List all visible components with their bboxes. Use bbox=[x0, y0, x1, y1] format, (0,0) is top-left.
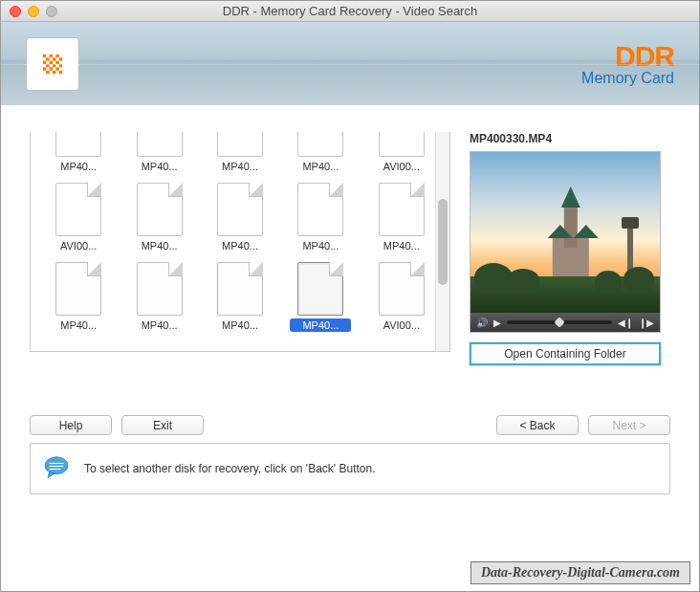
file-grid: MP40...MP40...MP40...MP40...AVI00...AVI0… bbox=[31, 132, 449, 341]
window-title: DDR - Memory Card Recovery - Video Searc… bbox=[1, 4, 699, 18]
svg-rect-15 bbox=[55, 67, 58, 70]
file-label: MP40... bbox=[290, 239, 351, 252]
play-icon[interactable]: ▶ bbox=[493, 318, 501, 328]
zoom-window-icon bbox=[46, 6, 57, 17]
minimize-window-icon[interactable] bbox=[28, 6, 39, 17]
svg-rect-9 bbox=[55, 60, 58, 63]
file-label: MP40... bbox=[48, 318, 109, 332]
next-button: Next > bbox=[588, 415, 670, 435]
file-thumb-icon bbox=[55, 132, 101, 157]
preview-panel: MP400330.MP4 🔊 ▶ ◀❙ ❙▶ Open Containing F bbox=[470, 132, 670, 365]
close-window-icon[interactable] bbox=[10, 6, 21, 17]
file-item[interactable]: MP40... bbox=[286, 183, 355, 252]
video-preview: 🔊 ▶ ◀❙ ❙▶ bbox=[470, 151, 661, 333]
info-text: To select another disk for recovery, cli… bbox=[84, 462, 376, 475]
file-label: MP40... bbox=[371, 239, 432, 252]
app-logo-box bbox=[26, 37, 79, 91]
wizard-buttons: Help Exit < Back Next > bbox=[1, 415, 699, 435]
file-label: MP40... bbox=[290, 160, 351, 173]
content-area: MP40...MP40...MP40...MP40...AVI00...AVI0… bbox=[1, 105, 699, 375]
file-label: MP40... bbox=[129, 160, 190, 173]
file-item[interactable]: MP40... bbox=[367, 183, 436, 252]
file-item[interactable]: AVI00... bbox=[367, 262, 436, 332]
file-item[interactable]: MP40... bbox=[124, 183, 193, 252]
brand-subtitle: Memory Card bbox=[581, 70, 674, 87]
svg-rect-12 bbox=[59, 64, 62, 67]
file-thumb-icon bbox=[137, 132, 183, 157]
exit-button[interactable]: Exit bbox=[121, 415, 204, 435]
svg-rect-5 bbox=[53, 57, 55, 60]
file-thumb-icon bbox=[297, 132, 343, 157]
file-thumb-icon bbox=[379, 262, 425, 316]
video-seek-track[interactable] bbox=[507, 320, 612, 324]
video-frame bbox=[470, 152, 660, 313]
file-item[interactable]: MP40... bbox=[286, 132, 355, 173]
file-item[interactable]: MP40... bbox=[206, 183, 274, 252]
file-label: AVI00... bbox=[48, 239, 109, 252]
info-icon bbox=[42, 453, 71, 485]
file-grid-panel: MP40...MP40...MP40...MP40...AVI00...AVI0… bbox=[30, 132, 450, 352]
svg-point-19 bbox=[45, 456, 68, 473]
banner: DDR Memory Card bbox=[1, 22, 699, 105]
titlebar: DDR - Memory Card Recovery - Video Searc… bbox=[1, 1, 699, 22]
file-item[interactable]: MP40... bbox=[124, 262, 193, 332]
brand: DDR Memory Card bbox=[581, 40, 674, 87]
file-item[interactable]: AVI00... bbox=[44, 183, 113, 252]
file-item[interactable]: MP40... bbox=[286, 262, 355, 332]
svg-rect-10 bbox=[46, 64, 49, 67]
volume-icon[interactable]: 🔊 bbox=[476, 318, 488, 328]
file-label: MP40... bbox=[209, 239, 271, 252]
file-item[interactable]: MP40... bbox=[44, 132, 113, 173]
file-thumb-icon bbox=[297, 262, 343, 316]
file-grid-scrollbar[interactable] bbox=[435, 132, 449, 351]
file-label: MP40... bbox=[209, 160, 271, 173]
file-item[interactable]: MP40... bbox=[206, 132, 274, 173]
svg-rect-13 bbox=[43, 67, 46, 70]
file-thumb-icon bbox=[217, 183, 263, 236]
next-icon[interactable]: ❙▶ bbox=[639, 318, 654, 328]
svg-rect-17 bbox=[53, 70, 55, 73]
video-player-bar: 🔊 ▶ ◀❙ ❙▶ bbox=[470, 313, 660, 332]
watermark: Data-Recovery-Digital-Camera.com bbox=[470, 561, 690, 584]
svg-rect-1 bbox=[43, 54, 46, 56]
file-thumb-icon bbox=[379, 183, 425, 236]
file-item[interactable]: MP40... bbox=[206, 262, 274, 332]
open-containing-folder-button[interactable]: Open Containing Folder bbox=[470, 342, 661, 365]
brand-title: DDR bbox=[581, 40, 674, 73]
svg-rect-7 bbox=[43, 60, 46, 63]
svg-rect-2 bbox=[50, 54, 53, 56]
file-thumb-icon bbox=[217, 262, 263, 316]
back-button[interactable]: < Back bbox=[496, 415, 579, 435]
file-item[interactable]: MP40... bbox=[124, 132, 193, 173]
svg-rect-4 bbox=[46, 57, 49, 60]
file-thumb-icon bbox=[137, 262, 183, 316]
svg-rect-3 bbox=[55, 54, 58, 56]
file-label: MP40... bbox=[290, 318, 351, 332]
window-controls bbox=[1, 6, 57, 17]
preview-filename: MP400330.MP4 bbox=[470, 132, 670, 145]
svg-rect-14 bbox=[50, 67, 53, 70]
svg-rect-16 bbox=[46, 70, 49, 73]
file-thumb-icon bbox=[297, 183, 343, 236]
file-item[interactable]: MP40... bbox=[44, 262, 113, 332]
file-thumb-icon bbox=[217, 132, 263, 157]
file-label: MP40... bbox=[48, 160, 109, 173]
svg-rect-6 bbox=[59, 57, 62, 60]
prev-icon[interactable]: ◀❙ bbox=[618, 318, 633, 328]
help-button[interactable]: Help bbox=[30, 415, 112, 435]
info-bar: To select another disk for recovery, cli… bbox=[30, 443, 670, 494]
file-label: MP40... bbox=[209, 318, 271, 332]
file-thumb-icon bbox=[55, 183, 101, 236]
file-label: MP40... bbox=[129, 318, 190, 332]
file-item[interactable]: AVI00... bbox=[367, 132, 436, 173]
file-label: AVI00... bbox=[371, 318, 432, 332]
file-label: MP40... bbox=[129, 239, 190, 252]
app-logo-icon bbox=[36, 48, 69, 80]
file-label: AVI00... bbox=[371, 160, 432, 173]
svg-rect-8 bbox=[50, 60, 53, 63]
scrollbar-thumb[interactable] bbox=[438, 199, 448, 285]
file-thumb-icon bbox=[379, 132, 425, 157]
file-thumb-icon bbox=[137, 183, 183, 236]
svg-rect-11 bbox=[53, 64, 55, 67]
file-thumb-icon bbox=[55, 262, 101, 316]
